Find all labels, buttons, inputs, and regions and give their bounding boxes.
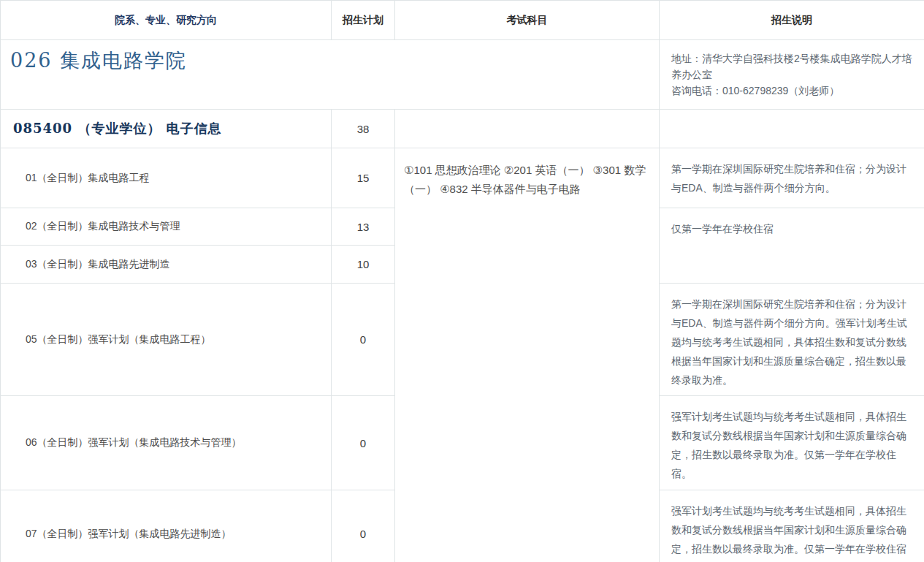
direction-label: 03（全日制）集成电路先进制造 bbox=[1, 246, 332, 284]
direction-row-01: 01（全日制）集成电路工程 15 ①101 思想政治理论 ②201 英语（一） … bbox=[1, 148, 924, 208]
plan-value: 13 bbox=[332, 208, 395, 246]
table-header-row: 院系、专业、研究方向 招生计划 考试科目 招生说明 bbox=[1, 1, 924, 40]
note-cell-01: 第一学期在深圳国际研究生院培养和住宿；分为设计与EDA、制造与器件两个细分方向。 bbox=[660, 148, 924, 208]
school-title: 026 集成电路学院 bbox=[10, 49, 187, 72]
school-section-row: 026 集成电路学院 地址：清华大学自强科技楼2号楼集成电路学院人才培养办公室 … bbox=[1, 40, 924, 110]
plan-value: 0 bbox=[332, 490, 395, 562]
program-title: 085400 （专业学位） 电子信息 bbox=[13, 121, 222, 136]
plan-value: 0 bbox=[332, 396, 395, 490]
column-header-notes: 招生说明 bbox=[660, 1, 924, 40]
plan-value: 15 bbox=[332, 148, 395, 208]
school-title-cell: 026 集成电路学院 bbox=[1, 40, 660, 110]
school-address: 地址：清华大学自强科技楼2号楼集成电路学院人才培养办公室 bbox=[671, 53, 912, 80]
column-header-department: 院系、专业、研究方向 bbox=[1, 1, 332, 40]
note-cell-06: 强军计划考生试题均与统考考生试题相同，具体招生数和复试分数线根据当年国家计划和生… bbox=[660, 396, 924, 490]
direction-label: 01（全日制）集成电路工程 bbox=[1, 148, 332, 208]
program-notes-cell-empty bbox=[660, 110, 924, 148]
admissions-catalog-table: 院系、专业、研究方向 招生计划 考试科目 招生说明 026 集成电路学院 地址：… bbox=[0, 0, 924, 562]
program-subjects-cell-empty bbox=[395, 110, 660, 148]
school-phone: 咨询电话：010-62798239（刘老师） bbox=[671, 85, 839, 96]
direction-label: 06（全日制）强军计划（集成电路技术与管理） bbox=[1, 396, 332, 490]
program-title-cell: 085400 （专业学位） 电子信息 bbox=[1, 110, 332, 148]
note-cell-05: 第一学期在深圳国际研究生院培养和住宿；分为设计与EDA、制造与器件两个细分方向。… bbox=[660, 284, 924, 396]
note-cell-02-03: 仅第一学年在学校住宿 bbox=[660, 208, 924, 284]
school-contact-cell: 地址：清华大学自强科技楼2号楼集成电路学院人才培养办公室 咨询电话：010-62… bbox=[660, 40, 924, 110]
direction-label: 02（全日制）集成电路技术与管理 bbox=[1, 208, 332, 246]
direction-label: 07（全日制）强军计划（集成电路先进制造） bbox=[1, 490, 332, 562]
program-plan-cell: 38 bbox=[332, 110, 395, 148]
plan-value: 0 bbox=[332, 284, 395, 396]
column-header-subjects: 考试科目 bbox=[395, 1, 660, 40]
note-cell-07: 强军计划考生试题均与统考考生试题相同，具体招生数和复试分数线根据当年国家计划和生… bbox=[660, 490, 924, 562]
exam-subjects-cell: ①101 思想政治理论 ②201 英语（一） ③301 数学（一） ④832 半… bbox=[395, 148, 660, 562]
plan-value: 10 bbox=[332, 246, 395, 284]
column-header-plan: 招生计划 bbox=[332, 1, 395, 40]
direction-label: 05（全日制）强军计划（集成电路工程） bbox=[1, 284, 332, 396]
program-row: 085400 （专业学位） 电子信息 38 bbox=[1, 110, 924, 148]
